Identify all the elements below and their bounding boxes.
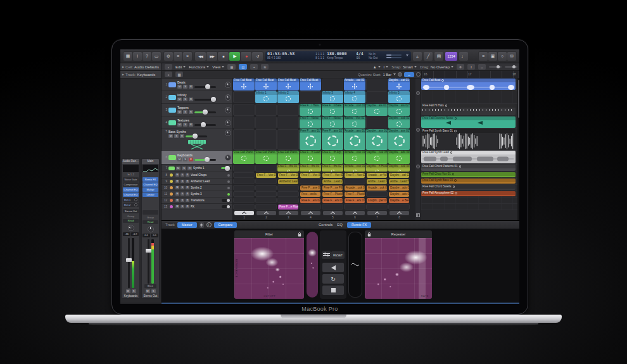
loop-cell-free-f-vox-01-3[interactable]: Free F…Vox 01 [277, 172, 299, 178]
loop-cell-daydre-ass-01-7[interactable]: Daydre…ass 01 [366, 129, 388, 150]
loop-cell-daydre-cal-02-8[interactable]: Daydre…cal 02 [388, 172, 410, 178]
insert-limiter[interactable]: Limiter [142, 192, 158, 197]
rewind-button[interactable]: ◀◀ [195, 52, 206, 61]
loop-cell-anthe-lead-3-7[interactable]: Anthe…Lead 3 [366, 179, 388, 184]
region-free-fall-chop-vox-01[interactable]: Free Fall Chop Vox 01 [421, 172, 516, 177]
empty-cell[interactable] [233, 172, 255, 178]
play-button[interactable]: ▶ [229, 52, 240, 61]
region-free-fall-synth-lead[interactable]: Free Fall Synth Lead [421, 151, 516, 163]
m-button[interactable]: M [175, 173, 179, 177]
s-button[interactable]: S [183, 85, 187, 89]
loop-cell-arcade-ook-03-6[interactable]: Arcade…ook 03 [344, 151, 365, 164]
bar-ruler[interactable]: 161718 [421, 71, 518, 78]
m-button[interactable]: M [126, 289, 130, 293]
loop-cell-infinity-4-6[interactable]: Infinity 4 [344, 91, 365, 103]
loop-cell-daydre-ook-04-8[interactable]: Daydre…ook 04 [388, 165, 410, 172]
loop-cell-free-wells-4[interactable]: Free…wells [300, 191, 321, 197]
region-free-fall-beat[interactable]: Free Fall Beat [421, 78, 516, 90]
loop-cell-daydre-ook-01-8[interactable]: Daydre…ook 01 [388, 116, 410, 129]
add-track-button[interactable]: + [165, 72, 172, 77]
m-button[interactable]: M [175, 205, 179, 208]
send-bus-2[interactable]: Bus 2 [124, 203, 130, 206]
automation-icon[interactable]: ⌁ [250, 64, 258, 70]
empty-cell[interactable] [233, 204, 255, 210]
lock-icon[interactable] [367, 232, 371, 237]
empty-cell[interactable] [233, 116, 255, 129]
pointer-tool-menu[interactable]: ▲ [373, 65, 381, 69]
patch-stepper[interactable] [200, 222, 204, 228]
mini-fader[interactable] [222, 205, 231, 208]
empty-cell[interactable] [300, 179, 321, 184]
empty-cell[interactable] [255, 179, 277, 184]
s-button[interactable]: S [180, 186, 184, 189]
loop-cell-arcade-ook-08-6[interactable]: Arcade…ook 08 [344, 185, 365, 191]
downer-button[interactable] [322, 286, 344, 295]
replace-icon[interactable]: ▤ [434, 52, 443, 61]
secondary-tool-menu[interactable]: I [384, 65, 389, 69]
loop-cell-anthemic-lead-3[interactable]: Anthemic Lead [277, 179, 299, 184]
s-button[interactable]: S [180, 173, 184, 177]
m-button[interactable]: M [175, 180, 179, 183]
smart-controls-icon[interactable]: ≡ [174, 52, 182, 61]
empty-cell[interactable] [366, 78, 388, 91]
scene-trigger-3[interactable] [279, 211, 298, 215]
grid-view-button[interactable]: ▦ [227, 64, 236, 70]
m-button[interactable]: M [177, 158, 182, 161]
pan-knob[interactable] [148, 226, 154, 232]
low-latency-icon[interactable]: ╱ [424, 52, 433, 61]
bounce-button[interactable]: Bnce [144, 284, 156, 288]
output-slot[interactable] [142, 210, 158, 215]
r-button[interactable]: R [186, 186, 189, 189]
loop-cell-backw-vox-01-6[interactable]: Backw…Vox 01 [344, 116, 365, 129]
volume-fader[interactable] [194, 159, 216, 161]
empty-cell[interactable] [255, 204, 277, 210]
filter-xy-pad[interactable]: Filter RESONANCE CUTOFF [234, 230, 304, 299]
empty-cell[interactable] [322, 204, 343, 210]
m-button[interactable]: M [175, 186, 179, 189]
loop-cell-daydre-ads-01-8[interactable]: Daydre…ads 01 [388, 191, 410, 197]
empty-cell[interactable] [255, 104, 277, 116]
s-button[interactable]: S [132, 289, 136, 293]
empty-cell[interactable] [255, 191, 277, 197]
insert-noise-gate[interactable]: Noise Gate [123, 177, 139, 182]
loop-cell-daydre-ads-04-8[interactable]: Daydre…ads 04 [388, 151, 410, 164]
toolbar-toggle-icon[interactable]: ▭ [152, 52, 161, 61]
empty-cell[interactable] [233, 191, 255, 197]
loop-cell-daydre-ass-02-8[interactable]: Daydre…ass 02 [388, 129, 410, 150]
menu-functions[interactable]: Functions [189, 65, 209, 69]
track-tab-label[interactable]: Track [165, 223, 175, 227]
empty-cell[interactable] [255, 116, 277, 129]
divider-mode-icon[interactable] [416, 213, 420, 217]
loop-cell-arcade-ook-02-7[interactable]: Arcade…ook 02 [366, 185, 388, 191]
loop-cell-daydre-ats-01-7[interactable]: Daydre…ats 01 [366, 104, 388, 116]
drag-menu[interactable]: Drag:No Overlap [420, 65, 453, 69]
scene-trigger-8[interactable] [390, 211, 409, 215]
scene-trigger-7[interactable] [367, 211, 387, 215]
m-button[interactable]: M [177, 85, 182, 89]
pan-knob[interactable] [225, 130, 231, 136]
lock-icon[interactable] [298, 232, 301, 237]
empty-cell[interactable] [255, 129, 277, 150]
r-button[interactable]: R [189, 110, 193, 114]
loop-cell-arcade-ook-01-6[interactable]: Arcade…ook 01 [344, 165, 365, 172]
s-button[interactable]: S [180, 192, 184, 196]
empty-cell[interactable] [233, 198, 255, 203]
insert-remix-fx[interactable]: Remix FX [142, 177, 158, 182]
input-slot[interactable] [142, 173, 159, 177]
tab-controls[interactable]: Controls [319, 223, 332, 227]
divider-play-icon[interactable] [416, 165, 420, 168]
insert-channel-eq[interactable]: Channel EQ [123, 187, 139, 192]
r-button[interactable]: R [189, 123, 193, 127]
empty-cell[interactable] [255, 198, 277, 203]
empty-cell[interactable] [233, 104, 255, 116]
m-button[interactable]: M [175, 199, 179, 202]
s-button[interactable]: S [182, 166, 186, 170]
scene-trigger-6[interactable] [345, 211, 365, 215]
library-icon[interactable]: ▦ [124, 52, 132, 61]
divider-play-icon[interactable] [416, 91, 420, 95]
loop-cell-free-f-i-hats-4[interactable]: Free F…i Hats [300, 104, 321, 116]
track-inspector-header[interactable]: ▶ Track: Keyboards [120, 71, 162, 78]
volume-fader[interactable] [194, 124, 216, 126]
s-button[interactable]: S [183, 158, 187, 161]
loop-cell-daydre-e-beat-8[interactable]: Daydre…e Beat [388, 198, 410, 203]
